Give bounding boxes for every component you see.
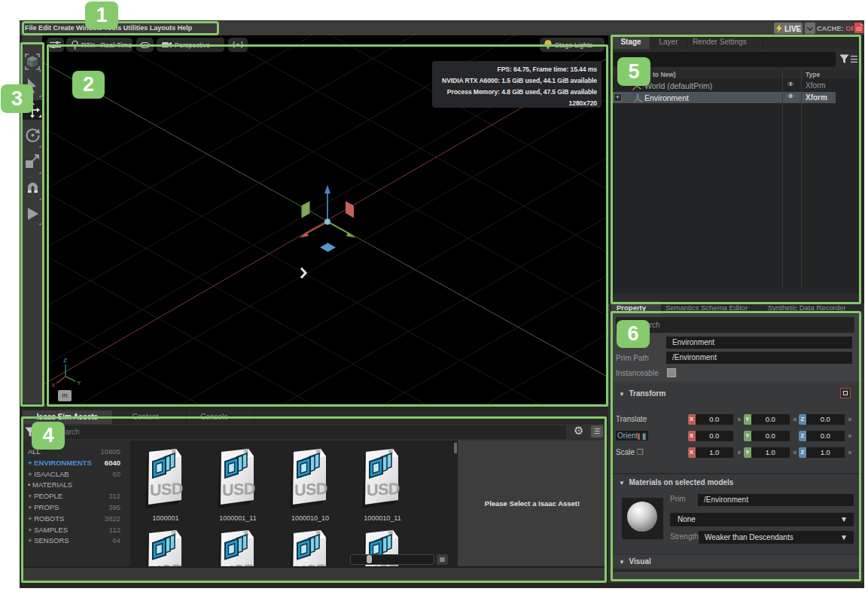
svg-text:USD: USD [150, 480, 183, 500]
svg-text:Z: Z [63, 357, 67, 364]
svg-text:X: X [51, 382, 56, 389]
svg-text:USD: USD [367, 480, 400, 500]
svg-text:Y: Y [77, 380, 81, 386]
svg-text:USD: USD [294, 480, 327, 500]
svg-text:USD: USD [222, 480, 255, 500]
